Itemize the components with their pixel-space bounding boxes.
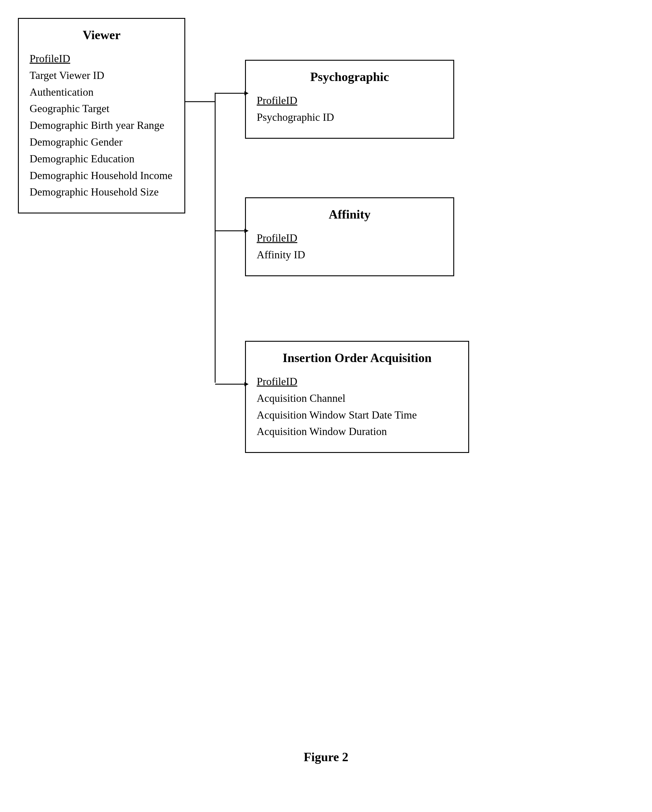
figure-caption: Figure 2	[303, 750, 349, 764]
affinity-fields: ProfileID Affinity ID	[257, 230, 443, 263]
viewer-field-3: Geographic Target	[30, 101, 174, 117]
psychographic-box: Psychographic ProfileID Psychographic ID	[245, 60, 454, 139]
viewer-field-8: Demographic Household Size	[30, 184, 174, 201]
viewer-field-1: Target Viewer ID	[30, 67, 174, 84]
insertion-order-field-2: Acquisition Window Start Date Time	[257, 407, 457, 424]
viewer-fields: ProfileID Target Viewer ID Authenticatio…	[30, 50, 174, 201]
insertion-order-title: Insertion Order Acquisition	[257, 351, 457, 365]
viewer-field-4: Demographic Birth year Range	[30, 117, 174, 134]
insertion-order-field-0: ProfileID	[257, 373, 457, 390]
psychographic-fields: ProfileID Psychographic ID	[257, 92, 443, 126]
viewer-field-6: Demographic Education	[30, 151, 174, 168]
viewer-field-2: Authentication	[30, 84, 174, 101]
viewer-box: Viewer ProfileID Target Viewer ID Authen…	[18, 18, 185, 214]
diagram-container: Viewer ProfileID Target Viewer ID Authen…	[0, 0, 652, 812]
insertion-order-field-1: Acquisition Channel	[257, 390, 457, 407]
psychographic-field-0: ProfileID	[257, 92, 443, 109]
viewer-field-7: Demographic Household Income	[30, 168, 174, 184]
insertion-order-box: Insertion Order Acquisition ProfileID Ac…	[245, 341, 469, 453]
affinity-field-1: Affinity ID	[257, 247, 443, 263]
viewer-field-5: Demographic Gender	[30, 134, 174, 151]
insertion-order-fields: ProfileID Acquisition Channel Acquisitio…	[257, 373, 457, 440]
affinity-box: Affinity ProfileID Affinity ID	[245, 197, 454, 276]
psychographic-field-1: Psychographic ID	[257, 109, 443, 126]
insertion-order-field-3: Acquisition Window Duration	[257, 423, 457, 440]
viewer-field-0: ProfileID	[30, 50, 174, 67]
affinity-title: Affinity	[257, 207, 443, 221]
affinity-field-0: ProfileID	[257, 230, 443, 247]
viewer-title: Viewer	[30, 28, 174, 42]
psychographic-title: Psychographic	[257, 70, 443, 84]
